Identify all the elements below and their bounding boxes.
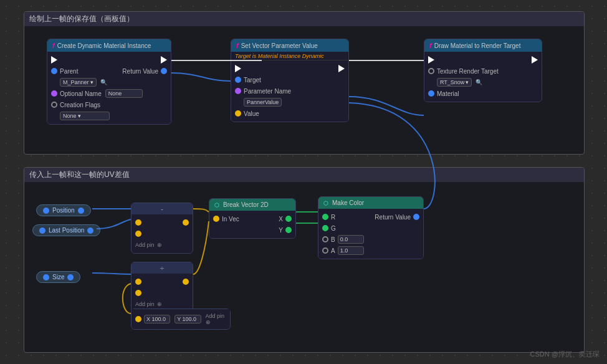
node-break-vector: ⬡ Break Vector 2D In Vec X Y [209, 198, 296, 239]
node-break-vector-title: Break Vector 2D [223, 201, 269, 208]
func-icon-2: f [236, 42, 239, 49]
node-create-dynamic-header: f Create Dynamic Material Instance [47, 39, 171, 52]
b-row: B 0.0 [318, 234, 423, 245]
b-label: B [331, 236, 335, 243]
div-add-pin-icon[interactable]: ⊕ [157, 301, 162, 307]
node-make-color-header: ⬡ Make Color [318, 197, 423, 209]
xy-vector-node: X 100.0 Y 100.0 Add pin ⊕ [131, 309, 231, 330]
param-name-row: Parameter Name [231, 85, 348, 97]
creation-flags-select[interactable]: None ▾ [60, 112, 110, 120]
param-name-pin [235, 88, 241, 94]
x-out-pin [285, 216, 292, 222]
sub-add-pin-icon[interactable]: ⊕ [157, 242, 162, 248]
g-row: G [318, 223, 423, 234]
optional-name-val: None [108, 90, 122, 97]
y-out-pin [285, 227, 292, 233]
param-name-label: Parameter Name [244, 88, 291, 95]
in-vec-label: In Vec [222, 216, 239, 223]
div-add-pin-label[interactable]: Add pin [135, 301, 155, 307]
node-set-vector-subtitle: Target is Material Instance Dynamic [231, 52, 348, 60]
return-val-label: Return Value [375, 214, 411, 221]
exec-out-pin [161, 56, 167, 64]
divide-symbol: ÷ [160, 264, 164, 272]
size-label: Size [52, 274, 64, 280]
draw-exec-row [424, 54, 542, 65]
set-vector-exec-out [338, 65, 345, 72]
sub-pin-row1 [131, 217, 193, 228]
search-icon: 🔍 [100, 79, 107, 85]
g-pin [322, 225, 328, 231]
div-in2 [135, 290, 141, 296]
m-panner-row: M_Panner ▾ 🔍 [47, 77, 171, 88]
make-color-icon: ⬡ [323, 200, 328, 206]
optional-name-row: Optional Name None [47, 88, 171, 99]
node-make-color: ⬡ Make Color R Return Value G B 0.0 A 1.… [318, 196, 424, 259]
node-set-vector-header: f Set Vector Parameter Value [231, 39, 348, 52]
subtract-symbol: - [161, 205, 163, 213]
b-input[interactable]: 0.0 [338, 235, 364, 244]
m-panner-dropdown: ▾ [90, 79, 93, 85]
xy-row: X 100.0 Y 100.0 Add pin ⊕ [131, 312, 230, 327]
x-val-input[interactable]: X 100.0 [144, 315, 170, 323]
div-in1 [135, 279, 141, 285]
value-label: Value [244, 110, 259, 117]
in-vec-row: In Vec X [209, 213, 295, 224]
panner-value-input[interactable]: PannerValue [244, 98, 282, 107]
exec-row [47, 54, 171, 65]
optional-name-pin [51, 90, 57, 97]
position-pin-right [78, 208, 84, 214]
y-val-input[interactable]: Y 100.0 [174, 315, 201, 323]
exec-in-pin [51, 56, 57, 64]
draw-exec-in [428, 56, 434, 64]
div-pin-row2 [131, 287, 193, 299]
node-draw-material: f Draw Material to Render Target Texture… [424, 39, 542, 102]
func-icon: f [52, 42, 55, 49]
creation-flags-row: Creation Flags [47, 99, 171, 110]
node-set-vector: f Set Vector Parameter Value Target is M… [231, 39, 349, 122]
node-create-dynamic-title: Create Dynamic Material Instance [57, 42, 151, 49]
texture-render-pin [428, 68, 434, 74]
div-out [183, 279, 189, 285]
node-set-vector-body: Target Parameter Name PannerValue Value [231, 60, 348, 122]
parent-label: Parent [60, 68, 78, 75]
in-vec-pin [213, 216, 219, 222]
subtract-body: Add pin ⊕ [131, 214, 193, 253]
sub-in1 [135, 219, 141, 226]
xy-add-pin[interactable]: Add pin ⊕ [206, 313, 226, 325]
texture-render-label: Texture Render Target [437, 68, 499, 75]
panner-value-text: PannerValue [247, 99, 279, 105]
rt-snow-row: RT_Snow ▾ 🔍 [424, 77, 542, 88]
optional-name-input[interactable]: None [105, 89, 143, 98]
y-out-label: Y [279, 227, 283, 234]
last-position-node: Last Position [32, 224, 100, 236]
divide-node: ÷ Add pin ⊕ [131, 262, 193, 313]
set-vector-exec-in [235, 65, 241, 72]
a-val: 1.0 [340, 247, 348, 254]
a-pin [322, 247, 328, 254]
position-pin-out [43, 208, 49, 214]
sub-out [183, 219, 189, 226]
a-row: A 1.0 [318, 245, 423, 256]
y-val-text: Y 100.0 [177, 316, 196, 322]
x-val-text: X 100.0 [146, 316, 166, 322]
node-make-color-body: R Return Value G B 0.0 A 1.0 [318, 209, 423, 259]
creation-flags-select-row: None ▾ [47, 110, 171, 122]
target-row: Target [231, 74, 348, 85]
func-icon-3: f [429, 42, 432, 49]
sub-add-pin-label[interactable]: Add pin [135, 242, 155, 248]
return-pin [161, 68, 167, 74]
m-panner-select[interactable]: M_Panner ▾ [60, 78, 97, 87]
creation-flags-pin [51, 102, 57, 108]
sub-in2 [135, 231, 141, 237]
parent-row: Parent Return Value [47, 65, 171, 77]
position-node: Position [36, 204, 91, 216]
optional-name-label: Optional Name [60, 90, 102, 97]
b-val: 0.0 [340, 236, 348, 242]
node-draw-material-title: Draw Material to Render Target [434, 42, 521, 49]
a-input[interactable]: 1.0 [338, 246, 364, 255]
size-pin-out [43, 274, 49, 280]
r-label: R [331, 214, 335, 221]
target-label: Target [244, 77, 261, 84]
rt-snow-select[interactable]: RT_Snow ▾ [437, 78, 472, 87]
node-create-dynamic-body: Parent Return Value M_Panner ▾ 🔍 Optiona… [47, 52, 171, 124]
